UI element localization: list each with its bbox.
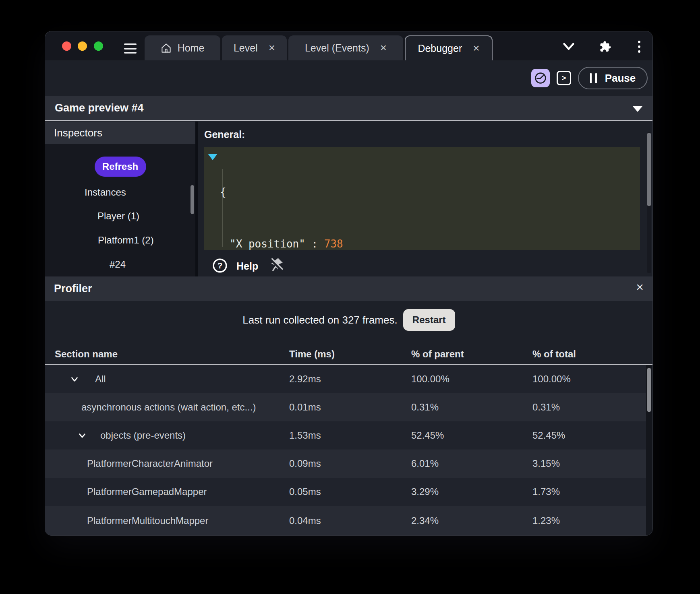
home-icon	[161, 43, 172, 54]
section-name: PlatformerCharacterAnimator	[87, 458, 213, 469]
dropdown-caret-icon[interactable]	[632, 106, 643, 112]
percent-of-parent: 0.31%	[411, 402, 439, 413]
zoom-window-button[interactable]	[94, 41, 103, 51]
column-header-percent-parent: % of parent	[411, 349, 464, 360]
profiler-body: Last run collected on 327 frames. Restar…	[45, 301, 652, 535]
table-row[interactable]: objects (pre-events) 1.53ms 52.45% 52.45…	[45, 421, 652, 450]
percent-of-total: 100.00%	[532, 373, 571, 385]
game-preview-bar[interactable]: Game preview #4	[45, 96, 652, 121]
profiler-status-text: Last run collected on 327 frames.	[242, 314, 397, 326]
tree-item-instance-24[interactable]: #24	[110, 259, 126, 270]
close-tab-icon[interactable]: ×	[269, 42, 275, 54]
tab-bar: Home Level × Level (Events) × Debugger ×	[145, 35, 494, 60]
tree-item-platform1[interactable]: Platform1 (2)	[98, 235, 154, 246]
percent-of-parent: 2.34%	[411, 515, 439, 526]
tab-home[interactable]: Home	[145, 35, 220, 60]
restart-button[interactable]: Restart	[403, 309, 455, 331]
tab-label: Level (Events)	[305, 42, 369, 54]
debugger-window: Home Level × Level (Events) × Debugger ×	[45, 31, 652, 535]
game-preview-title: Game preview #4	[55, 102, 144, 114]
tab-level-events[interactable]: Level (Events) ×	[288, 35, 403, 60]
tab-label: Debugger	[418, 43, 462, 54]
json-open-brace: {	[220, 186, 226, 198]
profiler-toggle-button[interactable]	[531, 69, 550, 87]
column-header-time: Time (ms)	[289, 349, 335, 360]
inspectors-scrollbar[interactable]	[191, 185, 194, 214]
minimize-window-button[interactable]	[78, 41, 87, 51]
section-name: objects (pre-events)	[100, 430, 186, 441]
json-entry: "X position" : 738	[204, 235, 343, 250]
tab-label: Level	[234, 42, 258, 54]
percent-of-total: 3.15%	[532, 458, 560, 469]
tree-item-instances[interactable]: Instances	[85, 187, 126, 198]
properties-json-view: { "X position" : 738 "Y position" : 459 …	[204, 147, 640, 250]
percent-of-parent: 3.29%	[411, 486, 439, 497]
kebab-menu-icon[interactable]	[638, 41, 640, 53]
profiler-header: Profiler ×	[45, 276, 652, 301]
gauge-icon	[534, 72, 547, 85]
table-row[interactable]: PlatformerGamepadMapper 0.05ms 3.29% 1.7…	[45, 478, 652, 506]
tree-item-player[interactable]: Player (1)	[97, 210, 139, 222]
table-row[interactable]: PlatformerCharacterAnimator 0.09ms 6.01%…	[45, 450, 652, 478]
close-profiler-icon[interactable]: ×	[636, 280, 644, 293]
terminal-prompt-glyph: >	[562, 74, 566, 82]
refresh-button[interactable]: Refresh	[95, 157, 146, 177]
json-key: "X position"	[230, 238, 305, 250]
inspectors-header: Inspectors	[45, 122, 195, 144]
inspector-area: Inspectors Refresh Instances Player (1) …	[45, 122, 652, 276]
percent-of-parent: 100.00%	[411, 373, 449, 385]
percent-of-total: 0.31%	[532, 402, 560, 413]
column-header-section-name: Section name	[55, 349, 118, 360]
general-title: General:	[204, 129, 245, 140]
chevron-down-icon[interactable]	[562, 41, 576, 52]
percent-of-parent: 6.01%	[411, 458, 439, 469]
profiler-title: Profiler	[54, 283, 92, 295]
time-value: 0.09ms	[289, 458, 321, 469]
chevron-down-icon[interactable]	[69, 374, 80, 384]
percent-of-total: 1.73%	[532, 486, 560, 497]
unpin-icon[interactable]	[269, 256, 285, 274]
profiler-status-row: Last run collected on 327 frames. Restar…	[45, 309, 652, 331]
table-row[interactable]: All 2.92ms 100.00% 100.00%	[45, 365, 652, 393]
tab-debugger[interactable]: Debugger ×	[405, 35, 493, 60]
titlebar: Home Level × Level (Events) × Debugger ×	[45, 31, 652, 60]
time-value: 0.05ms	[289, 486, 321, 497]
time-value: 0.04ms	[289, 515, 321, 526]
time-value: 2.92ms	[289, 373, 321, 385]
json-value: 738	[324, 238, 343, 250]
tab-label: Home	[178, 42, 205, 54]
percent-of-parent: 52.45%	[411, 430, 444, 441]
pause-icon	[590, 73, 597, 83]
pause-label: Pause	[605, 72, 636, 85]
help-link[interactable]: Help	[236, 260, 258, 272]
chevron-down-icon[interactable]	[77, 430, 87, 441]
tab-level[interactable]: Level ×	[222, 35, 287, 60]
inspectors-panel: Inspectors Refresh Instances Player (1) …	[45, 122, 195, 276]
time-value: 1.53ms	[289, 430, 321, 441]
close-tab-icon[interactable]: ×	[380, 42, 387, 54]
section-name: PlatformerMultitouchMapper	[87, 515, 208, 526]
general-panel: General: { "X position" : 738 "Y positio…	[198, 122, 652, 276]
json-content: { "X position" : 738 "Y position" : 459 …	[204, 149, 343, 250]
table-row[interactable]: asynchronous actions (wait action, etc..…	[45, 393, 652, 421]
hamburger-menu-icon[interactable]	[124, 43, 137, 54]
column-header-percent-total: % of total	[532, 349, 576, 360]
puzzle-extension-icon[interactable]	[599, 41, 612, 53]
percent-of-total: 1.23%	[532, 515, 560, 526]
pause-button[interactable]: Pause	[578, 67, 648, 89]
table-row[interactable]: PlatformerMultitouchMapper 0.04ms 2.34% …	[45, 506, 652, 535]
profiler-scrollbar[interactable]	[647, 368, 651, 412]
section-name: All	[95, 373, 106, 385]
svg-text:?: ?	[217, 261, 223, 270]
time-value: 0.01ms	[289, 402, 321, 413]
general-scrollbar[interactable]	[647, 133, 651, 206]
percent-of-total: 52.45%	[532, 430, 565, 441]
section-name: PlatformerGamepadMapper	[87, 486, 207, 497]
section-name: asynchronous actions (wait action, etc..…	[81, 402, 256, 413]
close-window-button[interactable]	[62, 41, 71, 51]
console-button[interactable]: >	[557, 71, 571, 85]
close-tab-icon[interactable]: ×	[473, 43, 479, 54]
debugger-toolbar: > Pause	[45, 60, 652, 96]
help-icon[interactable]: ?	[212, 258, 228, 273]
